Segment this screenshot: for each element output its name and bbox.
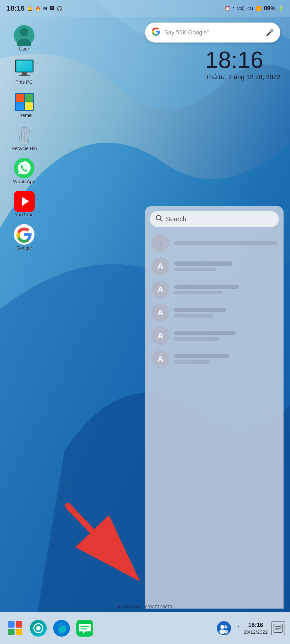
taskbar: ⌃ 18:16 28/12/2022 xyxy=(0,612,290,644)
app-sub-text xyxy=(174,314,213,317)
app-sub-text xyxy=(174,360,210,364)
notification-center-button[interactable] xyxy=(271,621,285,635)
svg-rect-27 xyxy=(8,629,15,635)
taskbar-time: 18:16 xyxy=(248,622,263,629)
app-name-text xyxy=(174,261,232,266)
red-arrow xyxy=(58,496,155,592)
alarm-icon: ⏰ xyxy=(225,6,230,11)
notification-dot: 🔔 xyxy=(27,6,33,11)
svg-point-39 xyxy=(224,625,227,629)
app-name-text xyxy=(174,331,236,335)
lens-app-button[interactable] xyxy=(28,618,49,639)
desktop-icon-youtube[interactable]: YouTube xyxy=(5,188,44,220)
fire-icon: 🔥 xyxy=(35,6,41,11)
list-item[interactable]: A xyxy=(145,301,284,324)
taskbar-date: 28/12/2022 xyxy=(244,629,268,635)
signal-icon: 📶 xyxy=(256,6,261,11)
time-display: 18:16 xyxy=(6,4,24,13)
app-avatar-a5: A xyxy=(151,350,169,368)
start-button[interactable] xyxy=(5,618,25,639)
desktop-icon-whatsapp-label: WhatsApp xyxy=(13,179,35,184)
vol-icon: Vol) xyxy=(237,6,245,11)
list-item[interactable]: A xyxy=(145,278,284,301)
app-avatar-a1: A xyxy=(151,257,169,275)
svg-line-23 xyxy=(160,219,162,221)
desktop-icon-google[interactable]: Google xyxy=(5,222,44,253)
status-bar: 18:16 🔔 🔥 M 🖼 🎧 ⏰ * Vol) 4G 📶 89% 🔋 xyxy=(0,0,290,17)
list-item[interactable]: A xyxy=(145,347,284,371)
app-name-text xyxy=(174,354,229,358)
watermark-text: mucsothi.vn - ✆09873.09873 xyxy=(118,604,172,609)
desktop-icon-youtube-label: YouTube xyxy=(15,212,34,217)
people-button[interactable] xyxy=(215,619,233,637)
svg-rect-17 xyxy=(22,127,27,128)
list-item[interactable]: · xyxy=(145,232,284,255)
clock-widget: 18:16 Thứ tư, tháng 12 28, 2022 xyxy=(205,48,280,81)
svg-point-40 xyxy=(224,630,228,634)
headphone-icon: 🎧 xyxy=(57,6,62,11)
mail-icon: M xyxy=(43,6,47,11)
drawer-search-bar[interactable]: Search xyxy=(150,211,279,227)
desktop-icon-recycle-label: Recycle Bin xyxy=(11,146,37,151)
google-logo xyxy=(151,27,160,38)
svg-rect-28 xyxy=(16,629,22,635)
desktop-icon-user-label: User xyxy=(19,46,29,52)
svg-rect-9 xyxy=(16,94,24,102)
desktop-icons-container: User This PC xyxy=(5,23,44,253)
clock-date: Thứ tư, tháng 12 28, 2022 xyxy=(205,73,280,81)
svg-point-2 xyxy=(20,28,28,36)
systray-chevron[interactable]: ⌃ xyxy=(236,625,240,631)
app-list: · A A A A xyxy=(145,229,284,373)
desktop-icon-whatsapp[interactable]: WhatsApp xyxy=(5,155,44,187)
svg-point-31 xyxy=(36,626,41,630)
svg-rect-12 xyxy=(25,102,33,110)
battery-icon: 🔋 xyxy=(278,6,284,11)
desktop-icon-recycle[interactable]: Recycle Bin xyxy=(5,122,44,154)
desktop-icon-thispc[interactable]: This PC xyxy=(5,56,44,87)
app-sub-text xyxy=(174,337,219,341)
4g-icon: 4G xyxy=(247,6,253,11)
desktop-icon-google-label: Google xyxy=(16,245,32,251)
app-name-text xyxy=(174,308,226,312)
app-name-text xyxy=(174,241,277,245)
taskbar-left-icons xyxy=(5,618,95,639)
desktop-icon-theme[interactable]: Theme xyxy=(5,89,44,120)
svg-rect-11 xyxy=(16,102,24,110)
search-icon xyxy=(156,215,163,223)
clock-time: 18:16 xyxy=(205,48,280,71)
microphone-icon[interactable]: 🎤 xyxy=(266,29,274,36)
watermark: mucsothi.vn - ✆09873.09873 xyxy=(0,604,290,609)
app-avatar-dot: · xyxy=(151,234,169,252)
google-search-placeholder: Say "OK Google" xyxy=(164,29,262,36)
taskbar-right-area: ⌃ 18:16 28/12/2022 xyxy=(215,619,285,637)
svg-rect-6 xyxy=(22,72,27,75)
bluetooth-icon: * xyxy=(233,6,234,11)
svg-point-37 xyxy=(220,625,224,629)
desktop-icon-theme-label: Theme xyxy=(17,112,32,118)
app-sub-text xyxy=(174,268,216,271)
gallery-icon: 🖼 xyxy=(50,6,54,11)
svg-rect-26 xyxy=(16,621,22,628)
svg-rect-25 xyxy=(8,621,15,628)
app-drawer: Search · A A A xyxy=(145,206,284,609)
google-search-bar[interactable]: Say "OK Google" 🎤 xyxy=(145,23,280,43)
app-avatar-a2: A xyxy=(151,280,169,298)
svg-rect-5 xyxy=(16,61,32,71)
app-name-text xyxy=(174,285,239,289)
app-sub-text xyxy=(174,291,223,294)
app-avatar-a3: A xyxy=(151,304,169,322)
app-avatar-a4: A xyxy=(151,327,169,345)
battery-level: 89% xyxy=(264,5,276,12)
status-right-icons: ⏰ * Vol) 4G 📶 89% 🔋 xyxy=(225,5,284,12)
systray-clock[interactable]: 18:16 28/12/2022 xyxy=(244,622,268,635)
svg-rect-10 xyxy=(25,94,33,102)
list-item[interactable]: A xyxy=(145,255,284,278)
list-item[interactable]: A xyxy=(145,324,284,347)
desktop-icon-user[interactable]: User xyxy=(5,23,44,54)
search-placeholder-text: Search xyxy=(166,215,186,223)
status-time: 18:16 🔔 🔥 M 🖼 🎧 xyxy=(6,4,62,13)
edge-browser-button[interactable] xyxy=(51,618,72,639)
desktop-icon-thispc-label: This PC xyxy=(15,79,33,85)
svg-rect-7 xyxy=(19,75,30,76)
messages-app-button[interactable] xyxy=(74,618,95,639)
